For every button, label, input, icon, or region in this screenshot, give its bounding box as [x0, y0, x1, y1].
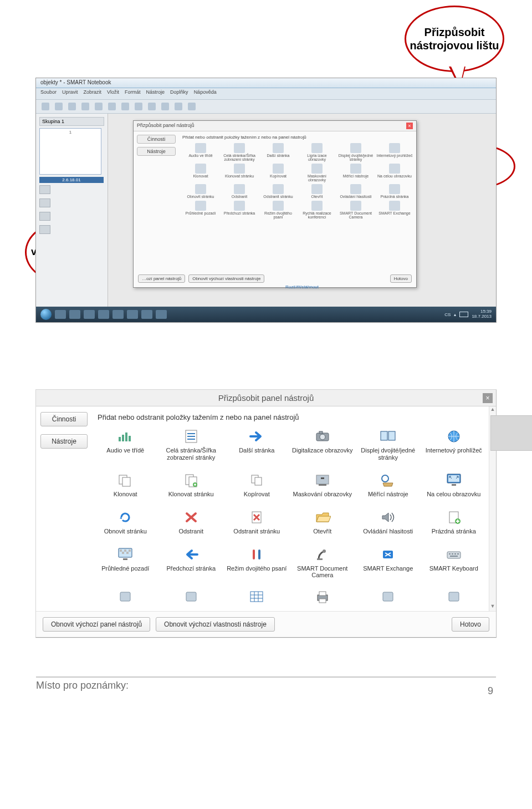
toolbar-icon[interactable]: [175, 103, 182, 110]
menu-item[interactable]: Soubor: [40, 89, 57, 98]
tool-item[interactable]: Internetový prohlížeč: [423, 428, 485, 461]
taskbar-app-icon[interactable]: [98, 310, 109, 319]
tool-item[interactable]: Ovládání hlasitosti: [357, 509, 420, 535]
windows-taskbar[interactable]: CS ▴ 15:39 18.7.2013: [36, 307, 496, 322]
tool-item-small[interactable]: Prázdná stránka: [376, 184, 413, 199]
toolbar-icon[interactable]: [108, 103, 116, 110]
tool-item[interactable]: Prázdná stránka: [423, 509, 485, 535]
toolbar-icon[interactable]: [95, 103, 103, 110]
tab-tools-small[interactable]: Nástroje: [137, 147, 176, 156]
menu-item[interactable]: Zobrazit: [84, 89, 102, 98]
tool-item[interactable]: Klonovat stránku: [160, 472, 223, 498]
close-icon[interactable]: ×: [406, 123, 413, 129]
tool-item-partial[interactable]: [291, 590, 354, 606]
restore-panel-button[interactable]: Obnovit výchozí panel nástrojů: [43, 617, 150, 632]
tool-item-small[interactable]: Další stránka: [260, 143, 296, 161]
taskbar-app-icon[interactable]: [84, 310, 95, 319]
tool-item-small[interactable]: Rychlá realizace konferencí: [299, 201, 335, 219]
tool-item-small[interactable]: Klonovat stránku: [221, 164, 258, 182]
taskbar-app-icon[interactable]: [127, 310, 138, 319]
tool-item[interactable]: Celá stránka/Šířka zobrazení stránky: [160, 428, 223, 461]
page-thumbnail[interactable]: 1: [39, 128, 101, 175]
toolbar-icon[interactable]: [148, 103, 156, 110]
side-tab-icon[interactable]: [39, 185, 50, 194]
taskbar-app-icon[interactable]: [55, 310, 66, 319]
tool-item-small[interactable]: Maskování obrazovky: [299, 164, 335, 182]
tool-item[interactable]: SMART Keyboard: [423, 546, 485, 579]
tool-item[interactable]: SMART Document Camera: [291, 546, 354, 579]
tool-item-partial[interactable]: [160, 590, 223, 606]
scroll-up-icon[interactable]: ▲: [489, 406, 496, 414]
expand-link[interactable]: Rozšířit/stáhnout: [285, 284, 319, 289]
tool-item-small[interactable]: Obnovit stránku: [182, 184, 219, 199]
tool-item[interactable]: Odstranit stránku: [226, 509, 288, 535]
tool-item-small[interactable]: Kopírovat: [260, 164, 296, 182]
tool-item[interactable]: Displej dvojité/jedné stránky: [357, 428, 420, 461]
tool-item-small[interactable]: Měřící nástroje: [337, 164, 374, 182]
tool-item-partial[interactable]: [357, 590, 420, 606]
menu-item[interactable]: Nápověda: [194, 89, 217, 98]
tool-item-partial[interactable]: [423, 590, 485, 606]
tool-item-small[interactable]: Klonovat: [182, 164, 219, 182]
tool-item-small[interactable]: Odstranit stránku: [260, 184, 296, 199]
restore-props-button-small[interactable]: Obnovit výchozí vlastnosti nástroje: [188, 274, 264, 283]
battery-icon[interactable]: [459, 312, 468, 317]
restore-panel-button-small[interactable]: …ozí panel nástrojů: [138, 274, 185, 283]
app-toolbar[interactable]: [36, 100, 496, 114]
side-tab-icon[interactable]: [39, 225, 50, 234]
tool-item[interactable]: Průhledné pozadí: [94, 546, 157, 579]
toolbar-icon[interactable]: [161, 103, 169, 110]
side-tab-icon[interactable]: [39, 199, 50, 207]
tool-item[interactable]: Další stránka: [226, 428, 288, 461]
done-button-small[interactable]: Hotovo: [390, 274, 412, 283]
scrollbar[interactable]: ▲ ▼: [489, 406, 496, 611]
restore-props-button[interactable]: Obnovit výchozí vlastnosti nástroje: [156, 617, 275, 632]
app-menubar[interactable]: Soubor Upravit Zobrazit Vložit Formát Ná…: [36, 88, 496, 100]
tool-item[interactable]: Digitalizace obrazovky: [291, 428, 354, 461]
taskbar-app-icon[interactable]: [112, 310, 124, 319]
tab-tools[interactable]: Nástroje: [40, 434, 88, 449]
taskbar-app-icon[interactable]: [141, 310, 152, 319]
tool-item-partial[interactable]: [226, 590, 288, 606]
tool-item-small[interactable]: SMART Exchange: [376, 201, 413, 219]
menu-item[interactable]: Vložit: [107, 89, 119, 98]
toolbar-icon[interactable]: [55, 103, 63, 110]
tool-item[interactable]: Otevřít: [291, 509, 354, 535]
scroll-thumb[interactable]: [490, 415, 532, 451]
toolbar-icon[interactable]: [188, 103, 196, 110]
tray-language[interactable]: CS: [444, 312, 451, 317]
toolbar-icon[interactable]: [42, 103, 49, 110]
tool-item-partial[interactable]: [94, 590, 157, 606]
tool-item-small[interactable]: Celá stránka/Šířka zobrazení stránky: [221, 143, 258, 161]
scroll-down-icon[interactable]: ▼: [489, 603, 496, 611]
tool-item-small[interactable]: SMART Document Camera: [337, 201, 374, 219]
side-tab-icon[interactable]: [39, 212, 50, 221]
tab-activities-small[interactable]: Činnosti: [137, 135, 176, 144]
tool-item[interactable]: Obnovit stránku: [94, 509, 157, 535]
tool-item-small[interactable]: Otevřít: [299, 184, 335, 199]
close-icon[interactable]: ×: [483, 393, 493, 403]
tool-item[interactable]: Na celou obrazovku: [423, 472, 485, 498]
done-button[interactable]: Hotovo: [452, 617, 489, 632]
menu-item[interactable]: Formát: [125, 89, 141, 98]
tool-item-small[interactable]: Na celou obrazovku: [376, 164, 413, 182]
start-button-icon[interactable]: [40, 309, 52, 320]
toolbar-icon[interactable]: [68, 103, 76, 110]
tool-item-small[interactable]: Ligria izace obrazovky: [299, 143, 335, 161]
menu-item[interactable]: Nástroje: [146, 89, 165, 98]
tool-item-small[interactable]: Internetový prohlížeč: [376, 143, 413, 161]
toolbar-icon[interactable]: [135, 103, 142, 110]
taskbar-app-icon[interactable]: [69, 310, 80, 319]
tool-item[interactable]: Maskování obrazovky: [291, 472, 354, 498]
tool-item[interactable]: Audio ve třídě: [94, 428, 157, 461]
tool-item[interactable]: Režim dvojitého psaní: [226, 546, 288, 579]
toolbar-icon[interactable]: [121, 103, 129, 110]
tool-item-small[interactable]: Průhledné pozadí: [182, 201, 219, 219]
tool-item[interactable]: Odstranit: [160, 509, 223, 535]
tool-item[interactable]: SMART Exchange: [357, 546, 420, 579]
menu-item[interactable]: Upravit: [62, 89, 78, 98]
tool-item[interactable]: Měřící nástroje: [357, 472, 420, 498]
tool-item[interactable]: Kopírovat: [226, 472, 288, 498]
tray-clock[interactable]: 15:39 18.7.2013: [472, 309, 492, 319]
tool-item-small[interactable]: Ovládání hlasitosti: [337, 184, 374, 199]
